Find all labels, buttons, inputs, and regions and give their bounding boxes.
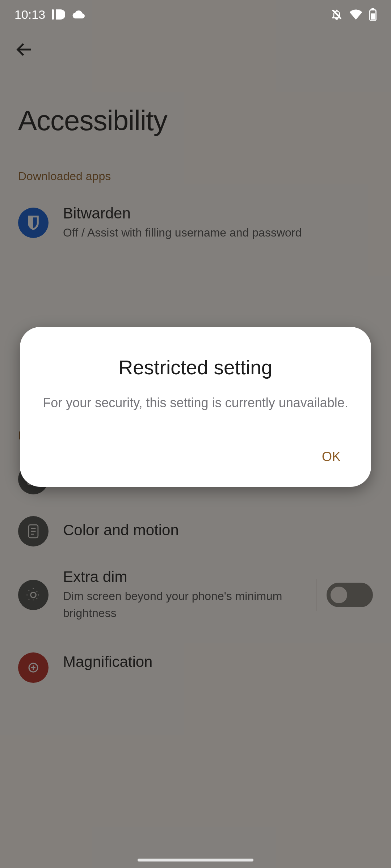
- cloud-icon: [71, 10, 86, 19]
- dialog-title: Restricted setting: [42, 356, 349, 379]
- svg-rect-0: [52, 9, 54, 20]
- ok-button[interactable]: OK: [313, 445, 349, 469]
- modal-scrim[interactable]: Restricted setting For your security, th…: [0, 0, 391, 868]
- id-icon: [52, 9, 65, 20]
- svg-rect-4: [371, 13, 375, 20]
- status-time: 10:13: [14, 8, 45, 22]
- status-bar: 10:13: [0, 0, 391, 29]
- restricted-setting-dialog: Restricted setting For your security, th…: [20, 327, 371, 487]
- dialog-body: For your security, this setting is curre…: [42, 393, 349, 412]
- battery-icon: [369, 8, 377, 21]
- wifi-icon: [349, 9, 363, 20]
- dnd-icon: [331, 8, 342, 21]
- gesture-nav-bar[interactable]: [138, 859, 253, 861]
